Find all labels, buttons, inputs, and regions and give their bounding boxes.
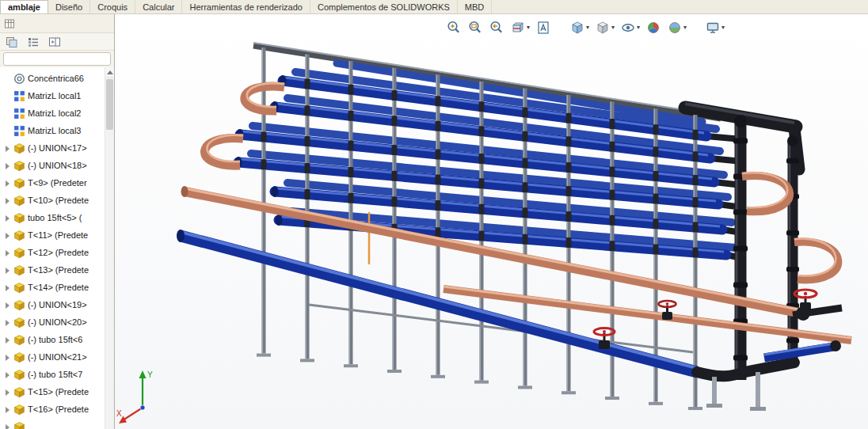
part-icon [13,421,25,429]
tree-filter-row [3,52,111,66]
expander-spacer [4,74,13,83]
tree-item[interactable]: MatrizL local1 [2,87,105,104]
zoom-fit-icon[interactable] [446,20,462,36]
expand-arrow-icon[interactable] [4,214,13,222]
expander-spacer [4,127,13,135]
tree-item-label: MatrizL local2 [28,108,81,118]
dropdown-caret-icon[interactable]: ▾ [611,25,615,31]
expand-arrow-icon[interactable] [4,423,13,429]
part-icon [13,334,25,346]
valve[interactable] [793,290,842,315]
feature-manager-panel: Concéntrica66MatrizL local1MatrizL local… [0,14,115,429]
expander-spacer [4,109,13,118]
tree-item[interactable]: (-) UNION<21> [2,348,105,366]
tab-amblaje[interactable]: amblaje [0,0,48,13]
expand-arrow-icon[interactable] [4,196,13,205]
tree-item-label: (-) UNION<20> [28,317,87,327]
tree-item[interactable]: tubo 15ft<5> ( [2,209,105,226]
y-axis-arrow-icon [139,370,147,378]
expand-arrow-icon[interactable] [4,161,13,170]
tree-item-label: T<16> (Predete [28,404,89,414]
expand-arrow-icon[interactable] [4,179,13,188]
blue-pipe-rows[interactable] [235,63,743,258]
tree-item[interactable]: T<14> (Predete [2,279,105,296]
tree-item[interactable]: (-) UNION<20> [2,313,105,331]
scroll-up-button[interactable] [105,67,114,78]
graphics-viewport[interactable]: Y X ▾▾▾▾▾▾ [115,14,868,429]
edit-appearance-icon[interactable] [645,20,661,36]
table-grid-icon[interactable] [4,18,15,29]
tree-item[interactable]: T<9> (Predeter [2,174,105,192]
tree-item[interactable]: Concéntrica66 [2,70,105,87]
tree-item[interactable]: (-) UNION<19> [2,296,105,313]
display-pane-icon[interactable] [48,36,61,48]
expand-arrow-icon[interactable] [4,283,13,292]
tab-complementos-de-solidworks[interactable]: Complementos de SOLIDWORKS [310,0,458,13]
y-axis-label: Y [147,370,153,379]
display-style-icon[interactable]: ▾ [595,20,615,36]
tab-herramientas-de-renderizado[interactable]: Herramientas de renderizado [182,0,310,13]
feature-tree: Concéntrica66MatrizL local1MatrizL local… [0,67,114,429]
part-icon [13,195,25,207]
tree-item[interactable]: T<15> (Predete [2,383,105,401]
tree-item[interactable]: T<13> (Predete [2,261,105,279]
previous-view-icon[interactable] [489,20,504,36]
expand-arrow-icon[interactable] [4,336,13,344]
tree-item[interactable]: T<12> (Predete [2,244,105,261]
manifold-pipes[interactable] [733,115,799,380]
tree-item[interactable]: (-) UNION<18> [2,157,105,174]
expand-arrow-icon[interactable] [4,231,13,240]
expand-arrow-icon[interactable] [4,370,13,379]
expand-arrow-icon[interactable] [4,249,13,257]
tree-item[interactable]: (-) tubo 15ft<6 [2,331,105,348]
apply-scene-icon[interactable]: ▾ [667,20,687,36]
tree-scrollbar[interactable] [105,67,114,429]
part-icon [13,142,25,154]
main-area: Concéntrica66MatrizL local1MatrizL local… [0,14,868,429]
tree-item[interactable]: T<11> (Predete [2,226,105,244]
view-orientation-icon[interactable]: ▾ [569,20,589,36]
tree-item-label: Concéntrica66 [28,74,84,83]
tree-item-label: (-) UNION<19> [28,300,87,309]
tree-item[interactable]: T<10> (Predete [2,192,105,209]
section-view-icon[interactable]: ▾ [510,20,530,36]
tab-croquis[interactable]: Croquis [90,0,135,13]
tab-mbd[interactable]: MBD [458,0,492,13]
expand-arrow-icon[interactable] [4,353,13,362]
expand-arrow-icon[interactable] [4,266,13,275]
expand-arrow-icon[interactable] [4,144,13,153]
feature-tree-tab-icon[interactable] [6,36,18,48]
zoom-area-icon[interactable] [467,20,483,36]
dropdown-caret-icon[interactable]: ▾ [586,25,589,31]
annotation-view-icon[interactable] [535,20,551,36]
tree-item[interactable]: T<16> (Predete [2,401,105,418]
tree-item[interactable]: MatrizL local2 [2,104,105,122]
hide-show-items-icon[interactable]: ▾ [620,20,640,36]
tree-item[interactable]: (-) UNION<17> [2,139,105,157]
tree-item-label: tubo 15ft<5> ( [28,213,82,222]
linear-pattern-icon [13,125,25,137]
expand-arrow-icon[interactable] [4,318,13,327]
scroll-thumb[interactable] [106,79,113,130]
part-icon [13,404,25,416]
tree-filter-input[interactable] [4,55,110,67]
tree-item[interactable]: MatrizL local3 [2,122,105,139]
view-settings-icon[interactable]: ▾ [705,20,725,36]
tree-item[interactable]: (-) tubo 15ft<7 [2,366,105,383]
dropdown-caret-icon[interactable]: ▾ [637,25,640,31]
expand-arrow-icon[interactable] [4,388,13,397]
tab-calcular[interactable]: Calcular [135,0,182,13]
tree-display-icon[interactable] [27,36,40,48]
model-canvas[interactable]: Y X [115,14,868,429]
dropdown-caret-icon[interactable]: ▾ [527,25,530,31]
tree-item-label: (-) UNION<18> [28,161,87,170]
tree-item-label: MatrizL local1 [28,91,81,101]
tree-item[interactable] [2,418,105,429]
expand-arrow-icon[interactable] [4,405,13,414]
tree-item-label: (-) tubo 15ft<6 [28,335,82,344]
command-tabs: amblajeDiseñoCroquisCalcularHerramientas… [0,0,868,14]
dropdown-caret-icon[interactable]: ▾ [683,25,687,31]
tab-dise-o[interactable]: Diseño [48,0,90,13]
expand-arrow-icon[interactable] [4,301,13,309]
dropdown-caret-icon[interactable]: ▾ [721,25,725,31]
